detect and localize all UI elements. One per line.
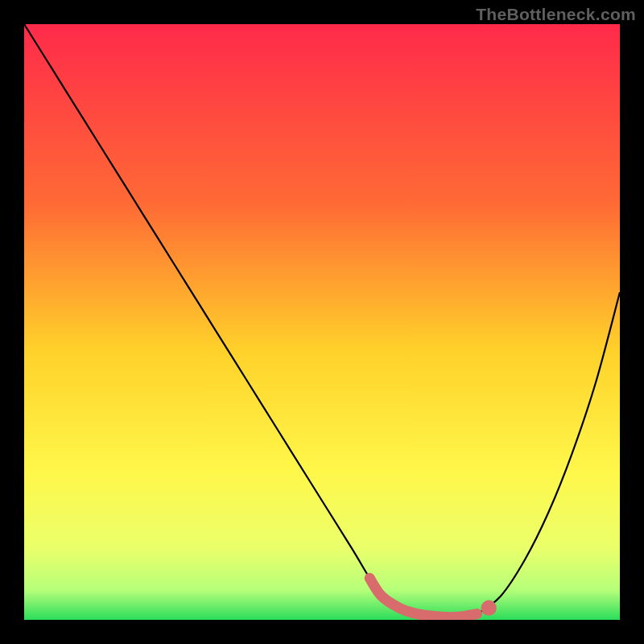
- chart-plot-area: [24, 24, 620, 620]
- chart-svg: [24, 24, 620, 620]
- chart-frame: TheBottleneck.com: [0, 0, 644, 644]
- optimal-point-marker: [481, 601, 497, 616]
- gradient-background: [24, 24, 620, 620]
- watermark-label: TheBottleneck.com: [476, 5, 636, 24]
